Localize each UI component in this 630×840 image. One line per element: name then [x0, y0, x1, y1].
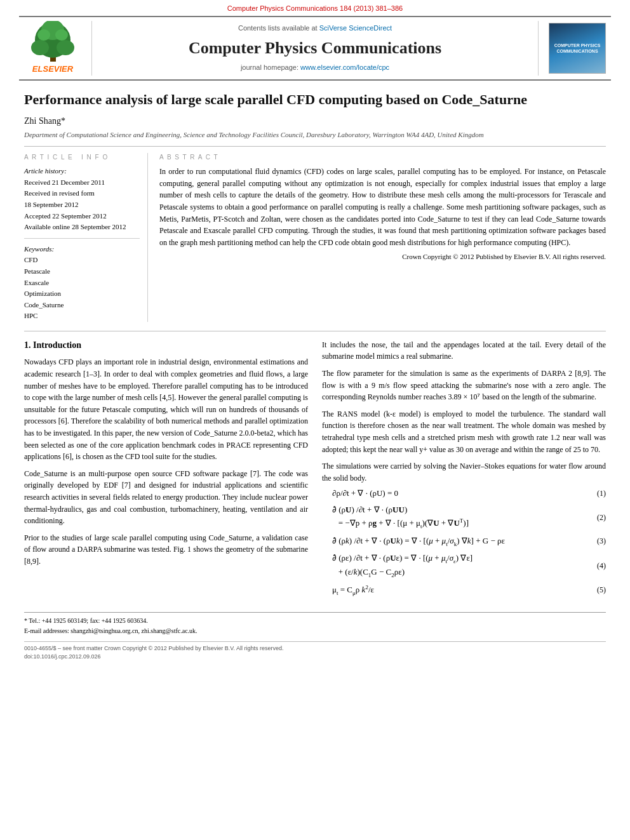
intro-para3: Prior to the studies of large scale para… [24, 532, 308, 568]
eq1-number: (1) [592, 488, 606, 499]
article-history-heading: Article history: [24, 166, 140, 177]
article-abstract-section: A R T I C L E I N F O Article history: R… [24, 153, 606, 322]
eq4-content: ∂̂ (ρε) /∂t + ∇ · (ρUε) = ∇ · [(μ + μt/σ… [332, 552, 592, 580]
svg-point-6 [55, 29, 68, 41]
eq5-number: (5) [592, 585, 606, 596]
keyword-2: Petascale [24, 266, 140, 277]
received-date: Received 21 December 2011 [24, 177, 140, 189]
section1-heading: 1. Introduction [24, 339, 308, 352]
keyword-6: HPC [24, 310, 140, 322]
intro-para2: Code_Saturne is an multi-purpose open so… [24, 468, 308, 527]
bottom-text1: 0010-4655/$ – see front matter Crown Cop… [24, 644, 606, 653]
eq2-content: ∂̂ (ρU) /∂t + ∇ · (ρUU) = −∇p + ρg + ∇ ·… [332, 503, 592, 531]
abstract-copyright: Crown Copyright © 2012 Published by Else… [159, 252, 606, 262]
right-para4: The simulations were carried by solving … [322, 460, 606, 484]
abstract-label: A B S T R A C T [159, 153, 606, 162]
abstract-text: In order to run computational fluid dyna… [159, 166, 606, 248]
journal-title-large: Computer Physics Communications [189, 37, 441, 60]
journal-citation-header: Computer Physics Communications 184 (201… [0, 0, 630, 16]
main-left-col: 1. Introduction Nowadays CFD plays an im… [24, 339, 308, 601]
footnote-area: * Tel.: +44 1925 603149; fax: +44 1925 6… [24, 612, 606, 636]
article-info-col: A R T I C L E I N F O Article history: R… [24, 153, 148, 322]
bottom-bar: 0010-4655/$ – see front matter Crown Cop… [24, 641, 606, 660]
intro-para1: Nowadays CFD plays an important role in … [24, 356, 308, 462]
svg-point-3 [57, 40, 74, 55]
received-revised-date: 18 September 2012 [24, 199, 140, 211]
article-info-label: A R T I C L E I N F O [24, 153, 140, 162]
keyword-4: Optimization [24, 288, 140, 300]
paper-author: Zhi Shang* [24, 115, 606, 128]
equation-5: μt = Cμρ k2/ε (5) [332, 583, 606, 597]
accepted-date: Accepted 22 September 2012 [24, 211, 140, 222]
abstract-col: A B S T R A C T In order to run computat… [159, 153, 606, 322]
info-divider [24, 238, 140, 239]
contents-line: Contents lists available at SciVerse Sci… [238, 23, 392, 33]
equation-1: ∂ρ/∂t + ∇ · (ρU) = 0 (1) [332, 488, 606, 499]
equation-4: ∂̂ (ρε) /∂t + ∇ · (ρUε) = ∇ · [(μ + μt/σ… [332, 552, 606, 580]
right-para2: The flow parameter for the simulation is… [322, 368, 606, 403]
main-content: 1. Introduction Nowadays CFD plays an im… [24, 339, 606, 601]
available-online: Available online 28 September 2012 [24, 222, 140, 233]
homepage-link[interactable]: www.elsevier.com/locate/cpc [300, 63, 389, 71]
svg-point-5 [37, 29, 50, 41]
eq2-number: (2) [592, 503, 606, 523]
eq1-content: ∂ρ/∂t + ∇ · (ρU) = 0 [332, 488, 592, 499]
eq4-number: (4) [592, 552, 606, 571]
paper-title: Performance analysis of large scale para… [24, 91, 606, 109]
right-para3: The RANS model (k-ε model) is employed t… [322, 408, 606, 455]
keyword-1: CFD [24, 255, 140, 266]
journal-homepage-line: journal homepage: www.elsevier.com/locat… [241, 63, 389, 72]
eq5-content: μt = Cμρ k2/ε [332, 583, 592, 597]
eq3-content: ∂̂ (ρk) /∂t + ∇ · (ρUk) = ∇ · [(μ + μt/σ… [332, 535, 592, 548]
main-right-col: It includes the nose, the tail and the a… [322, 339, 606, 601]
bottom-text2: doi:10.1016/j.cpc.2012.09.026 [24, 653, 606, 661]
keyword-3: Exascale [24, 277, 140, 289]
sciverse-link[interactable]: SciVerse ScienceDirect [319, 24, 392, 32]
equation-3: ∂̂ (ρk) /∂t + ∇ · (ρUk) = ∇ · [(μ + μt/σ… [332, 535, 606, 548]
paper-body: Performance analysis of large scale para… [24, 81, 606, 661]
footnote-email: E-mail addresses: shangzhi@tsinghua.org.… [24, 626, 606, 636]
received-revised-label: Received in revised form [24, 188, 140, 199]
cpc-logo-area: COMPUTER PHYSICS COMMUNICATIONS [538, 21, 611, 75]
journal-banner: ELSEVIER Contents lists available at Sci… [19, 16, 611, 80]
paper-affiliation: Department of Computational Science and … [24, 130, 606, 140]
cpc-logo-text: COMPUTER PHYSICS COMMUNICATIONS [552, 43, 603, 54]
keywords-label: Keywords: [24, 244, 140, 255]
svg-point-2 [31, 40, 49, 55]
journal-citation-text: Computer Physics Communications 184 (201… [227, 4, 403, 12]
divider-1 [24, 146, 606, 147]
footnote-tel: * Tel.: +44 1925 603149; fax: +44 1925 6… [24, 616, 606, 626]
eq3-number: (3) [592, 536, 606, 547]
elsevier-logo-area: ELSEVIER [19, 21, 92, 75]
banner-center: Contents lists available at SciVerse Sci… [92, 21, 538, 75]
article-history: Article history: Received 21 December 20… [24, 166, 140, 233]
elsevier-label: ELSEVIER [32, 63, 73, 75]
keyword-5: Code_Saturne [24, 300, 140, 311]
equation-2: ∂̂ (ρU) /∂t + ∇ · (ρUU) = −∇p + ρg + ∇ ·… [332, 503, 606, 531]
cpc-logo-box: COMPUTER PHYSICS COMMUNICATIONS [549, 23, 606, 74]
right-para1: It includes the nose, the tail and the a… [322, 339, 606, 363]
elsevier-tree-icon [26, 21, 80, 62]
keywords-block: Keywords: CFD Petascale Exascale Optimiz… [24, 244, 140, 322]
divider-2 [24, 331, 606, 331]
